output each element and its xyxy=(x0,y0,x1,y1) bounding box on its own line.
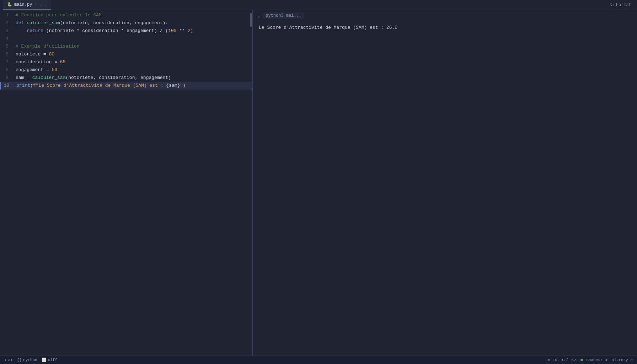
tab-separator: › xyxy=(34,2,37,7)
python-runtime-label[interactable]: python3 mai... xyxy=(263,12,304,19)
python-label: Python xyxy=(23,358,37,362)
code-area[interactable]: 1 # Fonction pour calculer le SAM 2 def … xyxy=(0,10,252,355)
line-number: 8 xyxy=(0,66,14,74)
format-icon: ⌥⇧ xyxy=(610,2,615,7)
status-bar: ✦ AI {} Python ⬜ Diff Ln 10, Col 62 Spac… xyxy=(0,355,637,364)
status-right: Ln 10, Col 62 Spaces: 4 History ↺ xyxy=(546,358,633,362)
tab-ellipsis: ... xyxy=(39,2,47,7)
editor-scrollbar[interactable] xyxy=(250,10,252,355)
diff-status-item[interactable]: ⬜ Diff xyxy=(42,358,57,362)
code-content: # Exemple d'utilisation xyxy=(14,43,79,50)
code-content: consideration = 65 xyxy=(14,58,65,66)
diff-icon: ⬜ xyxy=(42,358,47,362)
active-tab[interactable]: 🐍 main.py › ... xyxy=(3,0,51,10)
table-row: 3 return (notoriete * consideration * en… xyxy=(0,27,252,35)
cursor-position: Ln 10, Col 62 xyxy=(546,358,576,362)
format-button[interactable]: ⌥⇧ Format xyxy=(607,2,634,8)
top-bar: 🐍 main.py › ... ⌥⇧ Format xyxy=(0,0,637,10)
output-pane: ⌄ python3 mai... Le Score d'Attractivité… xyxy=(253,10,637,355)
line-number: 4 xyxy=(0,35,14,43)
line-number: 3 xyxy=(0,27,14,35)
code-content: engagement = 50 xyxy=(14,66,57,74)
spaces-dot xyxy=(580,359,583,361)
diff-label: Diff xyxy=(48,358,57,362)
output-text: Le Score d'Attractivité de Marque (SAM) … xyxy=(259,25,397,30)
code-content: print(f"Le Score d'Attractivité de Marqu… xyxy=(15,82,186,90)
ai-status-item[interactable]: ✦ AI xyxy=(4,358,13,362)
history-label[interactable]: History ↺ xyxy=(612,358,633,362)
code-content: # Fonction pour calculer le SAM xyxy=(14,11,102,19)
table-row: 6 notoriete = 80 xyxy=(0,50,252,58)
format-label: Format xyxy=(616,2,631,7)
ai-label: AI xyxy=(8,358,13,362)
line-number: 5 xyxy=(0,43,14,50)
output-header: ⌄ python3 mai... xyxy=(253,10,637,21)
python-status-item[interactable]: {} Python xyxy=(17,358,37,362)
table-row: 10 print(f"Le Score d'Attractivité de Ma… xyxy=(0,82,252,90)
output-content: Le Score d'Attractivité de Marque (SAM) … xyxy=(253,21,637,34)
editor-pane[interactable]: 1 # Fonction pour calculer le SAM 2 def … xyxy=(0,10,253,355)
table-row: 7 consideration = 65 xyxy=(0,58,252,66)
scrollbar-thumb xyxy=(250,13,252,27)
status-left: ✦ AI {} Python ⬜ Diff xyxy=(4,358,57,362)
spaces-info: Spaces: 4 xyxy=(580,358,607,362)
main-area: 1 # Fonction pour calculer le SAM 2 def … xyxy=(0,10,637,355)
line-number: 2 xyxy=(0,19,14,27)
history-icon: ↺ xyxy=(630,358,633,362)
python-braces-icon: {} xyxy=(17,358,22,362)
tab-area: 🐍 main.py › ... xyxy=(3,0,51,10)
table-row: 8 engagement = 50 xyxy=(0,66,252,74)
line-number: 6 xyxy=(0,50,14,58)
table-row: 1 # Fonction pour calculer le SAM xyxy=(0,11,252,19)
line-number: 9 xyxy=(0,74,14,82)
history-text: History xyxy=(612,358,628,362)
line-number: 1 xyxy=(0,11,14,19)
chevron-down-icon[interactable]: ⌄ xyxy=(257,13,260,18)
table-row: 5 # Exemple d'utilisation xyxy=(0,43,252,50)
table-row: 9 sam = calculer_sam(notoriete, consider… xyxy=(0,74,252,82)
code-content: sam = calculer_sam(notoriete, considerat… xyxy=(14,74,171,82)
line-number: 10 xyxy=(1,82,15,90)
file-icon: 🐍 xyxy=(7,2,12,7)
table-row: 2 def calculer_sam(notoriete, considerat… xyxy=(0,19,252,27)
code-content: def calculer_sam(notoriete, consideratio… xyxy=(14,19,168,27)
line-number: 7 xyxy=(0,58,14,66)
ai-icon: ✦ xyxy=(4,358,7,362)
tab-filename: main.py xyxy=(14,2,32,7)
code-content: return (notoriete * consideration * enga… xyxy=(14,27,193,35)
code-content: notoriete = 80 xyxy=(14,50,54,58)
spaces-label: Spaces: 4 xyxy=(586,358,607,362)
table-row: 4 xyxy=(0,35,252,43)
